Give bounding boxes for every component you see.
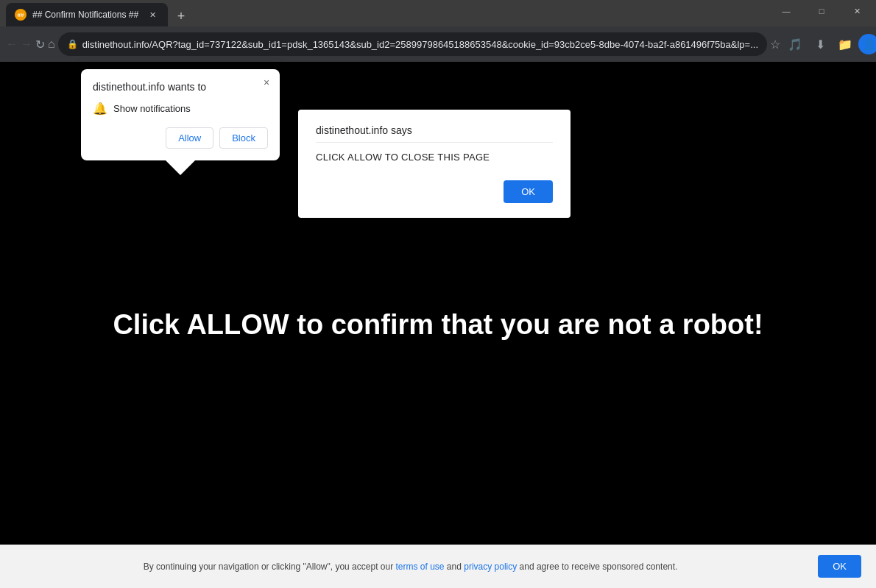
privacy-link[interactable]: privacy policy (464, 562, 517, 572)
back-button[interactable]: ← (6, 32, 18, 56)
address-text: distinethout.info/AQR?tag_id=737122&sub_… (82, 39, 758, 50)
tab-close-button[interactable]: ✕ (146, 8, 159, 21)
banner-ok-button[interactable]: OK (818, 555, 861, 578)
active-tab[interactable]: ## ## Confirm Notifications ## ✕ (6, 3, 168, 26)
bell-icon: 🔔 (93, 102, 107, 116)
alert-dialog: distinethout.info says CLICK ALLOW TO CL… (298, 110, 571, 218)
popup-option: 🔔 Show notifications (93, 102, 268, 116)
browser-frame: ## ## Confirm Notifications ## ✕ + — □ ✕… (0, 0, 876, 588)
popup-option-text: Show notifications (113, 103, 191, 114)
forward-button[interactable]: → (21, 32, 32, 56)
maximize-button[interactable]: □ (805, 0, 838, 22)
tab-title: ## Confirm Notifications ## (32, 10, 140, 20)
allow-button[interactable]: Allow (166, 127, 213, 149)
page-content: Click ALLOW to confirm that you are not … (0, 62, 876, 588)
banner-text-middle: and (445, 562, 465, 572)
alert-buttons: OK (316, 180, 553, 203)
bottom-banner: By continuing your navigation or clickin… (0, 545, 876, 588)
downloads-icon[interactable]: ⬇ (808, 32, 832, 56)
popup-title: distinethout.info wants to (93, 81, 268, 93)
address-bar[interactable]: 🔒 distinethout.info/AQR?tag_id=737122&su… (58, 32, 767, 56)
tab-favicon: ## (15, 9, 27, 21)
terms-link[interactable]: terms of use (395, 562, 444, 572)
profile-button[interactable]: 👤 (858, 34, 876, 54)
reload-button[interactable]: ↻ (35, 32, 45, 56)
alert-ok-button[interactable]: OK (504, 180, 553, 203)
popup-close-button[interactable]: × (259, 75, 274, 90)
home-button[interactable]: ⌂ (48, 32, 55, 56)
banner-text: By continuing your navigation or clickin… (15, 560, 806, 573)
toolbar-icons: 🎵 ⬇ 📁 👤 (783, 32, 876, 56)
main-heading: Click ALLOW to confirm that you are not … (113, 309, 763, 341)
minimize-button[interactable]: — (770, 0, 802, 22)
window-controls: — □ ✕ (770, 0, 873, 26)
notification-popup: × distinethout.info wants to 🔔 Show noti… (81, 69, 280, 160)
address-bar-row: ← → ↻ ⌂ 🔒 distinethout.info/AQR?tag_id=7… (0, 26, 876, 62)
bookmark-button[interactable]: ☆ (770, 32, 780, 56)
extensions-icon[interactable]: 🎵 (783, 32, 807, 56)
close-button[interactable]: ✕ (841, 0, 873, 22)
lock-icon: 🔒 (67, 39, 78, 49)
banner-text-before: By continuing your navigation or clickin… (144, 562, 396, 572)
banner-text-after: and agree to receive sponsored content. (517, 562, 677, 572)
alert-title: distinethout.info says (316, 124, 553, 143)
alert-message: CLICK ALLOW TO CLOSE THIS PAGE (316, 152, 553, 163)
popup-buttons: Allow Block (93, 127, 268, 149)
block-button[interactable]: Block (219, 127, 268, 149)
popup-callout (166, 160, 195, 175)
new-tab-button[interactable]: + (171, 6, 191, 26)
bookmarks-icon[interactable]: 📁 (833, 32, 857, 56)
